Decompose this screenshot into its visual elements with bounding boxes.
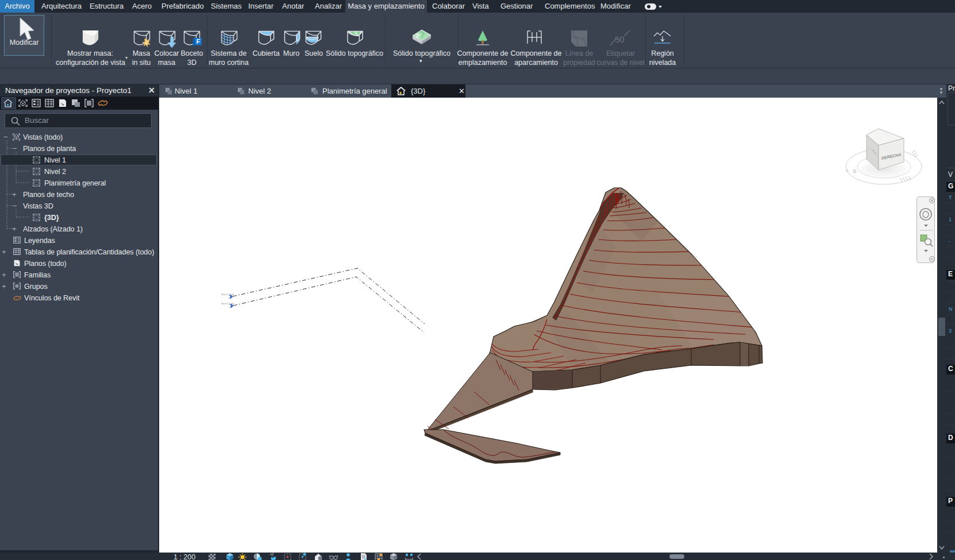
svg-text:1: 1	[949, 217, 952, 222]
svg-text:50: 50	[615, 34, 625, 44]
svg-text:-: -	[949, 238, 950, 244]
svg-text:Nivel 1 0.00: Nivel 1 0.00	[221, 302, 234, 305]
svg-text:Nivel 2 3.00: Nivel 2 3.00	[221, 293, 234, 296]
svg-text:F: F	[197, 38, 201, 45]
svg-text:3: 3	[949, 328, 952, 334]
svg-text:N: N	[949, 306, 953, 312]
svg-text:S: S	[853, 168, 856, 174]
svg-text:T: T	[949, 195, 952, 200]
